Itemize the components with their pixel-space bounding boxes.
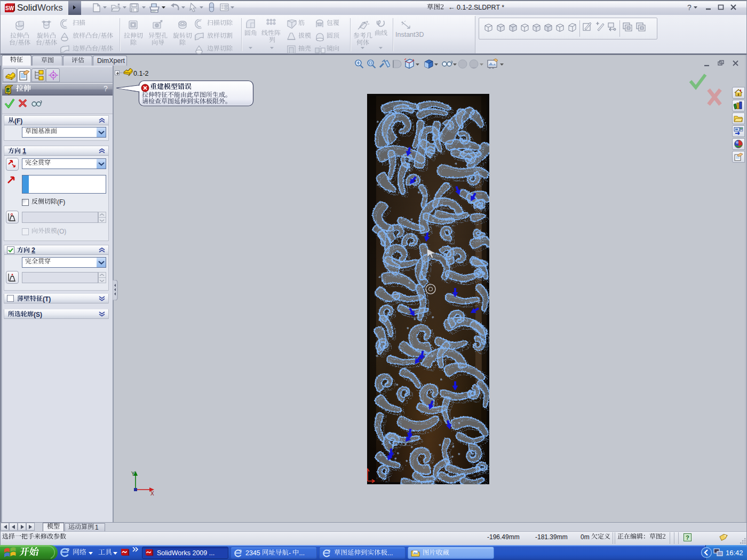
svg-text:?: ? (686, 534, 689, 541)
svg-text:X: X (150, 491, 154, 496)
svg-text:Y: Y (131, 471, 135, 477)
svg-text:SW: SW (5, 5, 14, 11)
